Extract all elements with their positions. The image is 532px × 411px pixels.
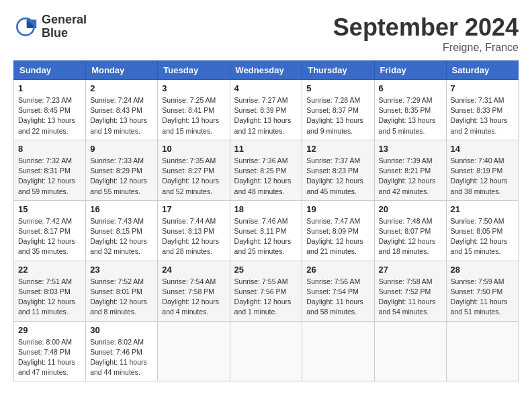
- table-row: 18 Sunrise: 7:46 AM Sunset: 8:11 PM Dayl…: [230, 200, 302, 261]
- logo-icon: [13, 15, 38, 39]
- calendar-header-row: Sunday Monday Tuesday Wednesday Thursday…: [14, 61, 519, 80]
- day-number: 7: [451, 83, 514, 93]
- table-row: [374, 321, 446, 381]
- day-info: Sunrise: 7:28 AM Sunset: 8:37 PM Dayligh…: [306, 95, 369, 136]
- table-row: 1 Sunrise: 7:23 AM Sunset: 8:45 PM Dayli…: [14, 80, 86, 140]
- day-info: Sunrise: 7:35 AM Sunset: 8:27 PM Dayligh…: [162, 156, 225, 197]
- calendar-row: 29 Sunrise: 8:00 AM Sunset: 7:48 PM Dayl…: [14, 321, 519, 381]
- col-saturday: Saturday: [446, 61, 518, 80]
- day-number: 1: [18, 83, 81, 93]
- calendar-row: 22 Sunrise: 7:51 AM Sunset: 8:03 PM Dayl…: [14, 261, 519, 321]
- table-row: 24 Sunrise: 7:54 AM Sunset: 7:58 PM Dayl…: [158, 261, 230, 321]
- day-number: 10: [162, 144, 225, 154]
- day-info: Sunrise: 7:50 AM Sunset: 8:05 PM Dayligh…: [451, 216, 514, 257]
- day-number: 22: [18, 265, 81, 275]
- title-block: September 2024 Freigne, France: [333, 13, 519, 54]
- day-info: Sunrise: 8:00 AM Sunset: 7:48 PM Dayligh…: [18, 337, 81, 378]
- table-row: 2 Sunrise: 7:24 AM Sunset: 8:43 PM Dayli…: [86, 80, 158, 140]
- day-info: Sunrise: 7:56 AM Sunset: 7:54 PM Dayligh…: [306, 277, 369, 318]
- day-number: 23: [90, 265, 153, 275]
- day-info: Sunrise: 7:33 AM Sunset: 8:29 PM Dayligh…: [90, 156, 153, 197]
- day-number: 28: [451, 265, 514, 275]
- table-row: 20 Sunrise: 7:48 AM Sunset: 8:07 PM Dayl…: [374, 200, 446, 261]
- calendar-table: Sunday Monday Tuesday Wednesday Thursday…: [13, 60, 519, 381]
- day-info: Sunrise: 7:36 AM Sunset: 8:25 PM Dayligh…: [234, 156, 298, 197]
- logo-text: General Blue: [42, 13, 87, 40]
- calendar-row: 1 Sunrise: 7:23 AM Sunset: 8:45 PM Dayli…: [14, 80, 519, 140]
- col-monday: Monday: [86, 61, 158, 80]
- day-info: Sunrise: 7:42 AM Sunset: 8:17 PM Dayligh…: [18, 216, 81, 257]
- day-info: Sunrise: 7:51 AM Sunset: 8:03 PM Dayligh…: [18, 277, 81, 318]
- day-info: Sunrise: 7:37 AM Sunset: 8:23 PM Dayligh…: [306, 156, 369, 197]
- day-info: Sunrise: 7:46 AM Sunset: 8:11 PM Dayligh…: [234, 216, 298, 257]
- day-info: Sunrise: 7:24 AM Sunset: 8:43 PM Dayligh…: [90, 95, 153, 136]
- table-row: 22 Sunrise: 7:51 AM Sunset: 8:03 PM Dayl…: [14, 261, 86, 321]
- day-number: 11: [234, 144, 298, 154]
- calendar-body: 1 Sunrise: 7:23 AM Sunset: 8:45 PM Dayli…: [14, 80, 519, 381]
- header: General Blue September 2024 Freigne, Fra…: [13, 13, 519, 54]
- day-info: Sunrise: 7:23 AM Sunset: 8:45 PM Dayligh…: [18, 95, 81, 136]
- day-number: 19: [306, 204, 369, 214]
- calendar-row: 8 Sunrise: 7:32 AM Sunset: 8:31 PM Dayli…: [14, 140, 519, 200]
- table-row: 15 Sunrise: 7:42 AM Sunset: 8:17 PM Dayl…: [14, 200, 86, 261]
- table-row: 12 Sunrise: 7:37 AM Sunset: 8:23 PM Dayl…: [302, 140, 374, 200]
- table-row: 25 Sunrise: 7:55 AM Sunset: 7:56 PM Dayl…: [230, 261, 302, 321]
- table-row: 4 Sunrise: 7:27 AM Sunset: 8:39 PM Dayli…: [230, 80, 302, 140]
- table-row: 5 Sunrise: 7:28 AM Sunset: 8:37 PM Dayli…: [302, 80, 374, 140]
- table-row: [158, 321, 230, 381]
- day-number: 6: [379, 83, 442, 93]
- day-number: 8: [18, 144, 81, 154]
- table-row: 9 Sunrise: 7:33 AM Sunset: 8:29 PM Dayli…: [86, 140, 158, 200]
- table-row: 10 Sunrise: 7:35 AM Sunset: 8:27 PM Dayl…: [158, 140, 230, 200]
- day-info: Sunrise: 8:02 AM Sunset: 7:46 PM Dayligh…: [90, 337, 153, 378]
- table-row: 29 Sunrise: 8:00 AM Sunset: 7:48 PM Dayl…: [14, 321, 86, 381]
- day-number: 26: [306, 265, 369, 275]
- day-info: Sunrise: 7:54 AM Sunset: 7:58 PM Dayligh…: [162, 277, 225, 318]
- day-number: 21: [451, 204, 514, 214]
- col-friday: Friday: [374, 61, 446, 80]
- day-info: Sunrise: 7:48 AM Sunset: 8:07 PM Dayligh…: [379, 216, 442, 257]
- month-title: September 2024: [333, 13, 519, 42]
- location-title: Freigne, France: [333, 42, 519, 54]
- col-wednesday: Wednesday: [230, 61, 302, 80]
- day-number: 17: [162, 204, 225, 214]
- day-info: Sunrise: 7:31 AM Sunset: 8:33 PM Dayligh…: [451, 95, 514, 136]
- day-info: Sunrise: 7:59 AM Sunset: 7:50 PM Dayligh…: [451, 277, 514, 318]
- day-info: Sunrise: 7:32 AM Sunset: 8:31 PM Dayligh…: [18, 156, 81, 197]
- day-info: Sunrise: 7:39 AM Sunset: 8:21 PM Dayligh…: [379, 156, 442, 197]
- day-info: Sunrise: 7:58 AM Sunset: 7:52 PM Dayligh…: [379, 277, 442, 318]
- table-row: 28 Sunrise: 7:59 AM Sunset: 7:50 PM Dayl…: [446, 261, 518, 321]
- table-row: [446, 321, 518, 381]
- table-row: 3 Sunrise: 7:25 AM Sunset: 8:41 PM Dayli…: [158, 80, 230, 140]
- table-row: 6 Sunrise: 7:29 AM Sunset: 8:35 PM Dayli…: [374, 80, 446, 140]
- day-number: 5: [306, 83, 369, 93]
- col-sunday: Sunday: [14, 61, 86, 80]
- table-row: 19 Sunrise: 7:47 AM Sunset: 8:09 PM Dayl…: [302, 200, 374, 261]
- day-number: 3: [162, 83, 225, 93]
- day-number: 29: [18, 325, 81, 335]
- day-info: Sunrise: 7:43 AM Sunset: 8:15 PM Dayligh…: [90, 216, 153, 257]
- day-number: 24: [162, 265, 225, 275]
- day-number: 2: [90, 83, 153, 93]
- calendar-row: 15 Sunrise: 7:42 AM Sunset: 8:17 PM Dayl…: [14, 200, 519, 261]
- col-thursday: Thursday: [302, 61, 374, 80]
- table-row: [302, 321, 374, 381]
- table-row: 23 Sunrise: 7:52 AM Sunset: 8:01 PM Dayl…: [86, 261, 158, 321]
- day-number: 20: [379, 204, 442, 214]
- day-number: 14: [451, 144, 514, 154]
- table-row: 30 Sunrise: 8:02 AM Sunset: 7:46 PM Dayl…: [86, 321, 158, 381]
- day-number: 25: [234, 265, 298, 275]
- day-info: Sunrise: 7:40 AM Sunset: 8:19 PM Dayligh…: [451, 156, 514, 197]
- day-number: 15: [18, 204, 81, 214]
- day-number: 30: [90, 325, 153, 335]
- table-row: 27 Sunrise: 7:58 AM Sunset: 7:52 PM Dayl…: [374, 261, 446, 321]
- col-tuesday: Tuesday: [158, 61, 230, 80]
- day-number: 27: [379, 265, 442, 275]
- day-number: 9: [90, 144, 153, 154]
- day-info: Sunrise: 7:29 AM Sunset: 8:35 PM Dayligh…: [379, 95, 442, 136]
- day-info: Sunrise: 7:44 AM Sunset: 8:13 PM Dayligh…: [162, 216, 225, 257]
- table-row: 7 Sunrise: 7:31 AM Sunset: 8:33 PM Dayli…: [446, 80, 518, 140]
- table-row: 13 Sunrise: 7:39 AM Sunset: 8:21 PM Dayl…: [374, 140, 446, 200]
- day-number: 16: [90, 204, 153, 214]
- day-number: 12: [306, 144, 369, 154]
